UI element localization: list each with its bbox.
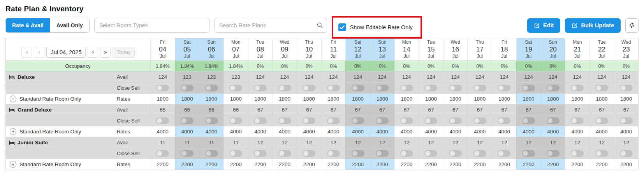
rate-cell[interactable]: 1800 bbox=[467, 94, 492, 104]
avail-cell[interactable]: 124 bbox=[589, 72, 614, 82]
close-sell-toggle[interactable] bbox=[547, 85, 560, 91]
close-sell-toggle[interactable] bbox=[278, 117, 291, 124]
rate-cell[interactable]: 2200 bbox=[565, 159, 589, 170]
avail-cell[interactable]: 12 bbox=[297, 137, 321, 148]
close-sell-toggle[interactable] bbox=[303, 85, 315, 91]
rate-cell[interactable]: 1800 bbox=[443, 94, 468, 104]
close-sell-toggle[interactable] bbox=[547, 117, 560, 124]
current-date-field[interactable]: Jul 04, 2025 bbox=[46, 47, 86, 58]
avail-cell[interactable]: 124 bbox=[345, 72, 370, 82]
avail-cell[interactable]: 124 bbox=[565, 72, 589, 82]
rate-cell[interactable]: 4000 bbox=[565, 126, 589, 137]
close-sell-toggle[interactable] bbox=[620, 150, 633, 157]
avail-cell[interactable]: 123 bbox=[223, 72, 248, 82]
avail-cell[interactable]: 67 bbox=[516, 105, 541, 115]
avail-cell[interactable]: 124 bbox=[516, 72, 541, 82]
avail-cell[interactable]: 67 bbox=[614, 105, 638, 115]
rate-cell[interactable]: 1800 bbox=[516, 94, 541, 104]
rate-cell[interactable]: 1800 bbox=[540, 94, 565, 104]
search-rate-plans-input[interactable] bbox=[214, 18, 327, 33]
close-sell-toggle[interactable] bbox=[327, 117, 340, 124]
close-sell-toggle[interactable] bbox=[449, 85, 462, 91]
rate-cell[interactable]: 2200 bbox=[223, 159, 248, 170]
close-sell-toggle[interactable] bbox=[424, 150, 437, 157]
close-sell-toggle[interactable] bbox=[522, 117, 535, 124]
avail-cell[interactable]: 11 bbox=[199, 137, 223, 148]
avail-cell[interactable]: 12 bbox=[565, 137, 589, 148]
rate-cell[interactable]: 2200 bbox=[321, 159, 346, 170]
close-sell-toggle[interactable] bbox=[571, 85, 584, 91]
today-button[interactable]: Today bbox=[113, 47, 134, 58]
avail-cell[interactable]: 66 bbox=[223, 105, 248, 115]
close-sell-toggle[interactable] bbox=[327, 85, 340, 91]
rate-cell[interactable]: 4000 bbox=[345, 126, 370, 137]
avail-cell[interactable]: 12 bbox=[321, 137, 346, 148]
avail-only-tab[interactable]: Avail Only bbox=[50, 18, 89, 32]
avail-cell[interactable]: 67 bbox=[589, 105, 614, 115]
avail-cell[interactable]: 67 bbox=[248, 105, 273, 115]
avail-cell[interactable]: 67 bbox=[467, 105, 492, 115]
nav-last-button[interactable]: » bbox=[100, 47, 111, 58]
avail-cell[interactable]: 123 bbox=[199, 72, 223, 82]
rate-cell[interactable]: 1800 bbox=[321, 94, 346, 104]
avail-cell[interactable]: 66 bbox=[199, 105, 223, 115]
close-sell-toggle[interactable] bbox=[181, 117, 194, 124]
close-sell-toggle[interactable] bbox=[229, 117, 242, 124]
rate-cell[interactable]: 4000 bbox=[443, 126, 468, 137]
close-sell-toggle[interactable] bbox=[424, 85, 437, 91]
expand-plus-icon[interactable]: + bbox=[10, 128, 16, 135]
rate-cell[interactable]: 2200 bbox=[370, 159, 394, 170]
rate-cell[interactable]: 1800 bbox=[297, 94, 321, 104]
close-sell-toggle[interactable] bbox=[473, 117, 486, 124]
close-sell-toggle[interactable] bbox=[254, 150, 267, 157]
avail-cell[interactable]: 124 bbox=[419, 72, 443, 82]
close-sell-toggle[interactable] bbox=[205, 85, 218, 91]
rate-cell[interactable]: 2200 bbox=[199, 159, 223, 170]
close-sell-toggle[interactable] bbox=[424, 117, 437, 124]
expand-plus-icon[interactable]: + bbox=[10, 96, 16, 102]
avail-cell[interactable]: 67 bbox=[419, 105, 443, 115]
avail-cell[interactable]: 11 bbox=[223, 137, 248, 148]
close-sell-toggle[interactable] bbox=[229, 85, 242, 91]
rate-cell[interactable]: 1800 bbox=[492, 94, 516, 104]
avail-cell[interactable]: 65 bbox=[150, 105, 175, 115]
rate-cell[interactable]: 1800 bbox=[272, 94, 297, 104]
rate-cell[interactable]: 2200 bbox=[419, 159, 443, 170]
rate-cell[interactable]: 1800 bbox=[248, 94, 273, 104]
rate-cell[interactable]: 2200 bbox=[345, 159, 370, 170]
close-sell-toggle[interactable] bbox=[571, 150, 584, 157]
avail-cell[interactable]: 124 bbox=[540, 72, 565, 82]
avail-cell[interactable]: 12 bbox=[345, 137, 370, 148]
close-sell-toggle[interactable] bbox=[595, 150, 608, 157]
rate-cell[interactable]: 4000 bbox=[516, 126, 541, 137]
avail-cell[interactable]: 67 bbox=[443, 105, 468, 115]
close-sell-toggle[interactable] bbox=[522, 85, 535, 91]
close-sell-toggle[interactable] bbox=[254, 117, 267, 124]
close-sell-toggle[interactable] bbox=[327, 150, 340, 157]
avail-cell[interactable]: 124 bbox=[492, 72, 516, 82]
rate-cell[interactable]: 4000 bbox=[394, 126, 419, 137]
avail-cell[interactable]: 67 bbox=[540, 105, 565, 115]
nav-prev-button[interactable]: ‹ bbox=[34, 47, 44, 58]
close-sell-toggle[interactable] bbox=[156, 117, 169, 124]
avail-cell[interactable]: 12 bbox=[370, 137, 394, 148]
avail-cell[interactable]: 124 bbox=[443, 72, 468, 82]
avail-cell[interactable]: 11 bbox=[175, 137, 199, 148]
rate-cell[interactable]: 4000 bbox=[370, 126, 394, 137]
rate-cell[interactable]: 1800 bbox=[589, 94, 614, 104]
rate-cell[interactable]: 2200 bbox=[540, 159, 565, 170]
rate-cell[interactable]: 2200 bbox=[272, 159, 297, 170]
show-editable-rate-label[interactable]: Show Editable Rate Only bbox=[350, 24, 413, 30]
avail-cell[interactable]: 124 bbox=[370, 72, 394, 82]
rate-cell[interactable]: 2200 bbox=[467, 159, 492, 170]
close-sell-toggle[interactable] bbox=[595, 117, 608, 124]
rate-cell[interactable]: 4000 bbox=[321, 126, 346, 137]
rate-cell[interactable]: 4000 bbox=[540, 126, 565, 137]
rate-cell[interactable]: 4000 bbox=[492, 126, 516, 137]
avail-cell[interactable]: 124 bbox=[248, 72, 273, 82]
avail-cell[interactable]: 124 bbox=[272, 72, 297, 82]
rate-cell[interactable]: 2200 bbox=[516, 159, 541, 170]
refresh-button[interactable] bbox=[625, 18, 639, 33]
rate-cell[interactable]: 1800 bbox=[565, 94, 589, 104]
rate-cell[interactable]: 2200 bbox=[614, 159, 638, 170]
